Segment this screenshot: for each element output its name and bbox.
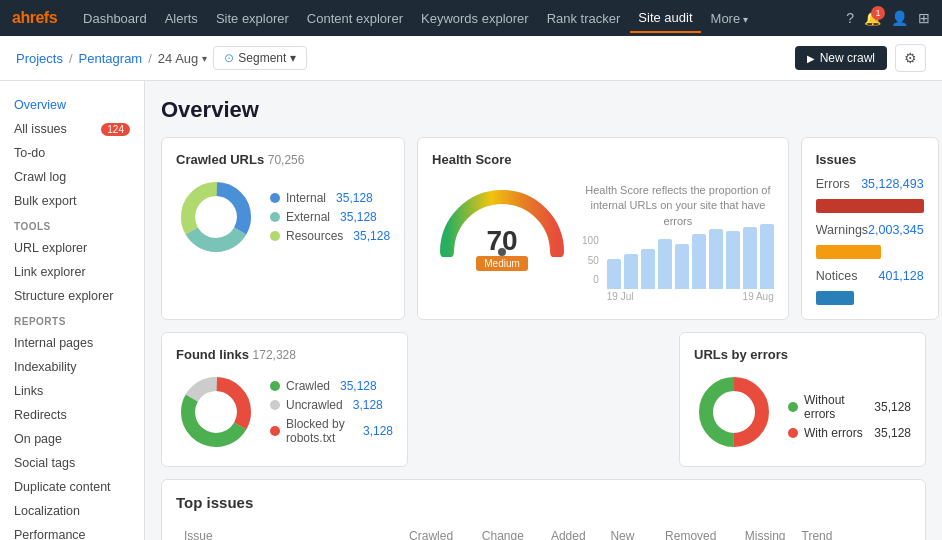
crawled-donut-svg xyxy=(176,177,256,257)
found-links-card: Found links 172,328 xyxy=(161,332,408,467)
health-badge: Medium xyxy=(476,256,528,271)
found-links-donut xyxy=(176,372,256,452)
gauge-area: 70 Medium xyxy=(432,177,572,270)
nav-dashboard[interactable]: Dashboard xyxy=(75,5,155,32)
sidebar-item-social-tags[interactable]: Social tags xyxy=(0,451,144,475)
table-header: Issue Crawled Change Added New Removed M… xyxy=(176,523,911,540)
col-missing: Missing xyxy=(724,523,793,540)
nav-alerts[interactable]: Alerts xyxy=(157,5,206,32)
health-right: Health Score reflects the proportion of … xyxy=(582,177,774,302)
breadcrumb-date[interactable]: 24 Aug ▾ xyxy=(158,51,208,66)
sidebar-item-structure-explorer[interactable]: Structure explorer xyxy=(0,284,144,308)
page-title: Overview xyxy=(161,97,926,123)
chevron-down-icon: ▾ xyxy=(202,53,207,64)
gauge-value: 70 xyxy=(486,225,517,257)
fl-legend-crawled: Crawled 35,128 xyxy=(270,379,393,393)
health-description: Health Score reflects the proportion of … xyxy=(582,183,774,229)
nav-site-explorer[interactable]: Site explorer xyxy=(208,5,297,32)
nav-right: ? 🔔 1 👤 ⊞ xyxy=(846,10,930,26)
sidebar-item-link-explorer[interactable]: Link explorer xyxy=(0,260,144,284)
health-bar-0 xyxy=(607,259,621,289)
grid-icon[interactable]: ⊞ xyxy=(918,10,930,26)
resources-dot xyxy=(270,231,280,241)
sidebar-item-localization[interactable]: Localization xyxy=(0,499,144,523)
health-bar-9 xyxy=(760,224,774,289)
new-crawl-button[interactable]: ▶ New crawl xyxy=(795,46,887,70)
chart-y-labels: 100 50 0 xyxy=(582,235,599,285)
urls-errors-donut-svg xyxy=(694,372,774,452)
found-links-title: Found links 172,328 xyxy=(176,347,393,362)
crawled-donut-row: Internal 35,128 External 35,128 Resource… xyxy=(176,177,390,257)
sidebar-item-bulk-export[interactable]: Bulk export xyxy=(0,189,144,213)
nav-keywords-explorer[interactable]: Keywords explorer xyxy=(413,5,537,32)
health-content: 70 Medium Health Score reflects the prop… xyxy=(432,177,774,302)
sidebar-item-url-explorer[interactable]: URL explorer xyxy=(0,236,144,260)
help-icon[interactable]: ? xyxy=(846,10,854,26)
top-nav: ahrefs Dashboard Alerts Site explorer Co… xyxy=(0,0,942,36)
urls-errors-donut-row: Without errors 35,128 With errors 35,128 xyxy=(694,372,911,452)
health-bar-4 xyxy=(675,244,689,289)
col-change: Change xyxy=(461,523,532,540)
health-chart-area: 100 50 0 19 Jul 19 Aug xyxy=(582,235,774,302)
found-links-donut-row: Crawled 35,128 Uncrawled 3,128 Blocked b… xyxy=(176,372,393,452)
bell-badge: 1 xyxy=(871,6,885,20)
health-score-title: Health Score xyxy=(432,152,511,167)
top-issues-title: Top issues xyxy=(176,494,911,511)
fl-legend-blocked: Blocked by robots.txt 3,128 xyxy=(270,417,393,445)
legend-internal: Internal 35,128 xyxy=(270,191,390,205)
issues-notices-row: Notices 401,128 xyxy=(816,269,924,305)
user-icon[interactable]: 👤 xyxy=(891,10,908,26)
reports-section-label: REPORTS xyxy=(0,308,144,331)
sidebar-item-duplicate-content[interactable]: Duplicate content xyxy=(0,475,144,499)
segment-button[interactable]: ⊙ Segment ▾ xyxy=(213,46,307,70)
gauge: 70 xyxy=(432,177,572,257)
health-bar-5 xyxy=(692,234,706,289)
urls-by-errors-card: URLs by errors Without err xyxy=(679,332,926,467)
issues-title: Issues xyxy=(816,152,924,167)
nav-more[interactable]: More xyxy=(703,5,756,32)
breadcrumb-site[interactable]: Pentagram xyxy=(79,51,143,66)
table-header-row: Issue Crawled Change Added New Removed M… xyxy=(176,523,911,540)
issues-row-warnings: Warnings 2,003,345 xyxy=(816,223,924,237)
nav-site-audit[interactable]: Site audit xyxy=(630,4,700,33)
uncrawled-dot xyxy=(270,400,280,410)
ue-legend-with: With errors 35,128 xyxy=(788,426,911,440)
settings-button[interactable]: ⚙ xyxy=(895,44,926,72)
sidebar-item-todo[interactable]: To-do xyxy=(0,141,144,165)
with-errors-dot xyxy=(788,428,798,438)
second-grid: Found links 172,328 xyxy=(161,332,926,467)
breadcrumb: Projects / Pentagram / 24 Aug ▾ ⊙ Segmen… xyxy=(16,46,307,70)
sidebar-item-on-page[interactable]: On page xyxy=(0,427,144,451)
blocked-dot xyxy=(270,426,280,436)
issues-warnings-row: Warnings 2,003,345 xyxy=(816,223,924,259)
warnings-bar xyxy=(816,245,881,259)
svg-point-13 xyxy=(714,392,754,432)
health-bar-2 xyxy=(641,249,655,289)
nav-rank-tracker[interactable]: Rank tracker xyxy=(539,5,629,32)
main-content: Overview Crawled URLs 70,256 xyxy=(145,81,942,540)
sidebar-item-internal-pages[interactable]: Internal pages xyxy=(0,331,144,355)
sidebar-item-overview[interactable]: Overview xyxy=(0,93,144,117)
errors-bar xyxy=(816,199,924,213)
bell-icon[interactable]: 🔔 1 xyxy=(864,10,881,26)
all-issues-badge: 124 xyxy=(101,123,130,136)
sidebar-item-redirects[interactable]: Redirects xyxy=(0,403,144,427)
sidebar-item-indexability[interactable]: Indexability xyxy=(0,355,144,379)
health-bar-7 xyxy=(726,231,740,289)
health-bar-8 xyxy=(743,227,757,289)
col-new: New xyxy=(594,523,643,540)
sidebar-item-performance[interactable]: Performance xyxy=(0,523,144,540)
external-dot xyxy=(270,212,280,222)
breadcrumb-bar: Projects / Pentagram / 24 Aug ▾ ⊙ Segmen… xyxy=(0,36,942,81)
health-score-card: Health Score xyxy=(417,137,789,320)
svg-point-4 xyxy=(196,197,236,237)
crawled-dot xyxy=(270,381,280,391)
sidebar-item-links[interactable]: Links xyxy=(0,379,144,403)
col-added: Added xyxy=(532,523,594,540)
issues-row-errors: Errors 35,128,493 xyxy=(816,177,924,191)
nav-content-explorer[interactable]: Content explorer xyxy=(299,5,411,32)
sidebar-item-crawl-log[interactable]: Crawl log xyxy=(0,165,144,189)
breadcrumb-sep1: / xyxy=(69,51,73,66)
sidebar-item-all-issues[interactable]: All issues 124 xyxy=(0,117,144,141)
breadcrumb-projects[interactable]: Projects xyxy=(16,51,63,66)
